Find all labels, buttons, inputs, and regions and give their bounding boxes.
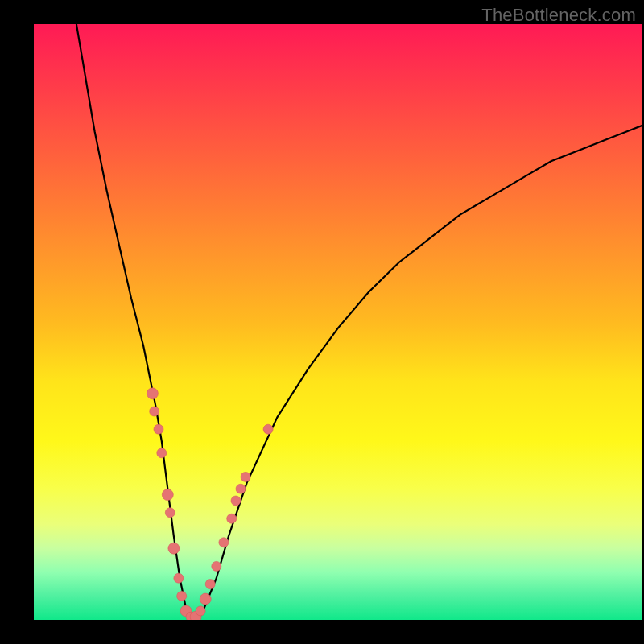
data-marker: [212, 561, 221, 571]
plot-area: [34, 24, 642, 620]
data-marker: [154, 424, 163, 434]
data-marker: [150, 407, 159, 416]
data-marker: [196, 606, 205, 616]
data-marker: [231, 496, 241, 506]
data-marker: [174, 573, 184, 583]
data-marker: [205, 580, 215, 589]
data-marker: [177, 591, 187, 601]
chart-frame: TheBottleneck.com: [0, 0, 644, 644]
data-marker: [219, 538, 229, 547]
data-marker: [227, 514, 237, 523]
curve-layer: [34, 24, 642, 620]
data-marker: [236, 484, 246, 493]
data-marker: [168, 543, 180, 554]
data-marker: [200, 593, 211, 605]
marker-group: [147, 388, 273, 620]
watermark-text: TheBottleneck.com: [481, 5, 636, 26]
data-marker: [241, 472, 250, 481]
bottleneck-curve: [76, 24, 642, 620]
data-marker: [157, 448, 167, 458]
data-marker: [147, 388, 158, 399]
data-marker: [263, 424, 273, 434]
data-marker: [165, 508, 175, 518]
data-marker: [162, 489, 173, 501]
